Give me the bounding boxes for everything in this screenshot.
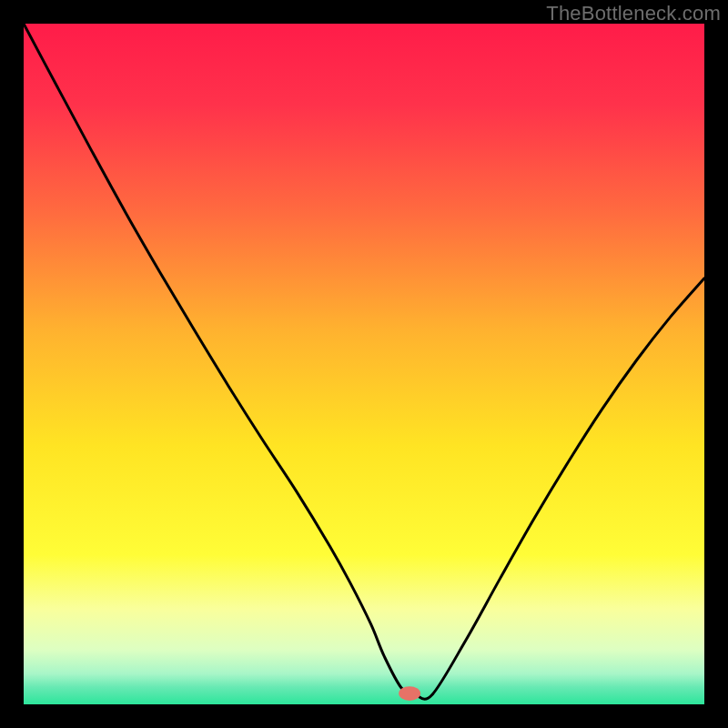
watermark-text: TheBottleneck.com bbox=[546, 2, 721, 25]
chart-frame: TheBottleneck.com bbox=[0, 0, 728, 728]
optimum-marker bbox=[399, 686, 420, 701]
gradient-background bbox=[24, 24, 704, 704]
plot-area bbox=[24, 24, 704, 704]
chart-svg bbox=[24, 24, 704, 704]
